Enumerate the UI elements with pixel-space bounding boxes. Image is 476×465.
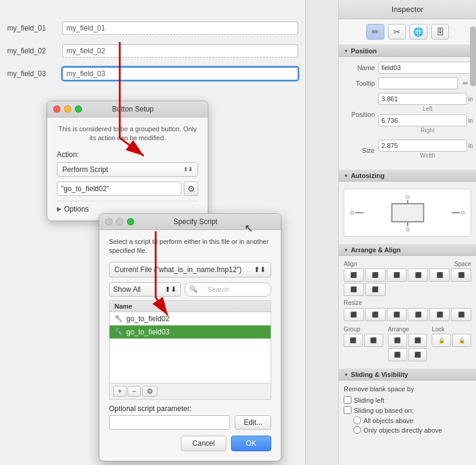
script-list[interactable]: 🔧 go_to_field02 🔧 go_to_field03 xyxy=(109,312,271,384)
autosizing-section: ▼ Autosizing xyxy=(339,170,476,244)
file-select[interactable]: Current File ("what_is_in_name.fmp12") ⬆… xyxy=(109,262,271,277)
align-center-v-btn[interactable]: ⬛ xyxy=(429,268,450,282)
autosizing-widget[interactable] xyxy=(344,189,471,237)
field-input-2[interactable] xyxy=(62,44,298,58)
align-buttons-row: ⬛ ⬛ ⬛ ⬛ ⬛ ⬛ ⬛ ⬛ xyxy=(344,268,471,296)
resize-icon-3: ⬛ xyxy=(393,312,400,318)
sliding-left-checkbox[interactable] xyxy=(344,396,351,404)
inspector-tab-globe[interactable]: 🌐 xyxy=(410,24,428,40)
width-input[interactable] xyxy=(378,140,467,152)
only-objects-radio[interactable] xyxy=(353,426,361,434)
resize-btn-1[interactable]: ⬛ xyxy=(344,308,364,321)
autosizing-section-header: ▼ Autosizing xyxy=(339,170,476,182)
options-row[interactable]: ▶ Options xyxy=(57,201,198,213)
edit-button[interactable]: Edit... xyxy=(235,415,271,430)
all-objects-radio[interactable] xyxy=(353,416,361,424)
field-row-1: my_field_01 xyxy=(0,17,305,40)
inspector-tab-pen[interactable]: ✏ xyxy=(366,24,384,40)
specify-dialog-body: Select a script to perform either in thi… xyxy=(99,230,281,461)
space-v-btn[interactable]: ⬛ xyxy=(365,283,386,296)
align-bottom-btn[interactable]: ⬛ xyxy=(451,268,471,282)
sliding-section-header: ▼ Sliding & Visibility xyxy=(339,369,476,381)
send-backward-btn[interactable]: ⬛ xyxy=(408,348,428,361)
arrange-sub-section: Arrange ⬛ ⬛ ⬛ ⬛ xyxy=(388,326,428,361)
filter-chevron-icon: ⬆⬇ xyxy=(165,285,177,294)
space-h-btn[interactable]: ⬛ xyxy=(344,283,364,296)
right-input[interactable] xyxy=(378,114,467,126)
unlock-icon: 🔓 xyxy=(459,337,465,343)
inspector-scrollbar[interactable] xyxy=(470,26,476,86)
cancel-button[interactable]: Cancel xyxy=(181,436,226,451)
action-select[interactable]: Perform Script ⬆⬇ xyxy=(57,162,198,177)
tooltip-input-container: ✏ xyxy=(378,77,471,89)
search-box[interactable]: 🔍 Search xyxy=(184,282,271,297)
inspector-toolbar: ✏ ✂ 🌐 🗄 xyxy=(339,19,476,45)
script-name-box: "go_to_field02" xyxy=(57,182,181,196)
globe-icon: 🌐 xyxy=(413,27,423,37)
resize-btn-4[interactable]: ⬛ xyxy=(408,308,428,321)
bring-forward-btn[interactable]: ⬛ xyxy=(388,348,407,361)
align-center-h-btn[interactable]: ⬛ xyxy=(365,268,386,282)
send-back-btn[interactable]: ⬛ xyxy=(408,334,428,347)
align-top-btn[interactable]: ⬛ xyxy=(408,268,428,282)
remove-script-button[interactable]: − xyxy=(128,386,141,397)
name-value: field03 xyxy=(381,64,401,71)
resize-label: Resize xyxy=(344,300,362,306)
field-input-1[interactable] xyxy=(62,22,298,35)
align-right-btn[interactable]: ⬛ xyxy=(387,268,407,282)
position-section-title: Position xyxy=(351,47,377,55)
autosizing-section-title: Autosizing xyxy=(351,172,384,179)
script-item-1[interactable]: 🔧 go_to_field02 xyxy=(110,312,271,325)
gear-button[interactable]: ⚙ xyxy=(142,386,157,397)
right-cell: in Right xyxy=(378,114,476,134)
field-label-2: my_field_02 xyxy=(7,47,55,55)
optional-input-row: Edit... xyxy=(109,415,271,430)
resize-btn-5[interactable]: ⬛ xyxy=(429,308,450,321)
add-script-button[interactable]: + xyxy=(113,386,126,397)
group-btn[interactable]: ⬛ xyxy=(344,334,363,347)
unlock-btn[interactable]: 🔓 xyxy=(452,334,471,347)
width-unit: in xyxy=(468,143,476,149)
script-edit-button[interactable]: ⚙ xyxy=(184,182,198,196)
resize-btn-2[interactable]: ⬛ xyxy=(365,308,386,321)
ungroup-btn[interactable]: ⬛ xyxy=(364,334,383,347)
lock-icon: 🔒 xyxy=(438,337,445,343)
inspector-tab-database[interactable]: 🗄 xyxy=(431,24,449,40)
align-top-icon: ⬛ xyxy=(415,272,422,278)
resize-btn-3[interactable]: ⬛ xyxy=(387,308,407,321)
ok-button[interactable]: OK xyxy=(231,436,271,451)
optional-input[interactable] xyxy=(109,415,230,430)
filter-search-row: Show All ⬆⬇ 🔍 Search xyxy=(109,282,271,297)
sliding-up-checkbox[interactable] xyxy=(344,406,351,414)
script-item-2[interactable]: 🔧 go_to_field03 xyxy=(110,325,271,339)
filter-select[interactable]: Show All ⬆⬇ xyxy=(109,282,181,297)
script-list-header: Name xyxy=(109,300,271,312)
field-row-3: my_field_03 xyxy=(0,62,305,85)
list-toolbar: + − ⚙ xyxy=(109,384,271,400)
specify-close-button[interactable] xyxy=(105,218,113,225)
field-input-3[interactable] xyxy=(62,67,298,80)
action-select-value: Perform Script xyxy=(62,165,108,174)
chevron-down-icon: ⬆⬇ xyxy=(183,166,193,173)
left-input[interactable] xyxy=(378,93,467,105)
inspector-tab-scissors[interactable]: ✂ xyxy=(388,24,406,40)
name-input[interactable]: field03 xyxy=(378,62,471,74)
close-button[interactable] xyxy=(53,105,60,113)
group-label: Group xyxy=(344,326,383,333)
bring-front-btn[interactable]: ⬛ xyxy=(388,334,407,347)
dialog-titlebar: Button Setup xyxy=(47,101,208,117)
resize-buttons-row: ⬛ ⬛ ⬛ ⬛ ⬛ ⬛ xyxy=(344,308,471,321)
align-left-btn[interactable]: ⬛ xyxy=(344,268,364,282)
dialog-body: This is considered to be a grouped butto… xyxy=(47,117,208,221)
align-center-h-icon: ⬛ xyxy=(372,272,378,278)
size-prop-label: Size xyxy=(344,147,375,154)
lock-btn[interactable]: 🔒 xyxy=(432,334,451,347)
tooltip-row: Tooltip ✏ xyxy=(344,77,471,89)
tooltip-input[interactable] xyxy=(378,77,458,89)
resize-btn-6[interactable]: ⬛ xyxy=(451,308,471,321)
tooltip-edit-icon[interactable]: ✏ xyxy=(459,77,471,89)
left-cell: in Left xyxy=(378,93,476,112)
sliding-left-label: Sliding left xyxy=(354,397,384,404)
script-row: "go_to_field02" ⚙ xyxy=(57,182,198,196)
resize-icon-2: ⬛ xyxy=(372,312,378,318)
